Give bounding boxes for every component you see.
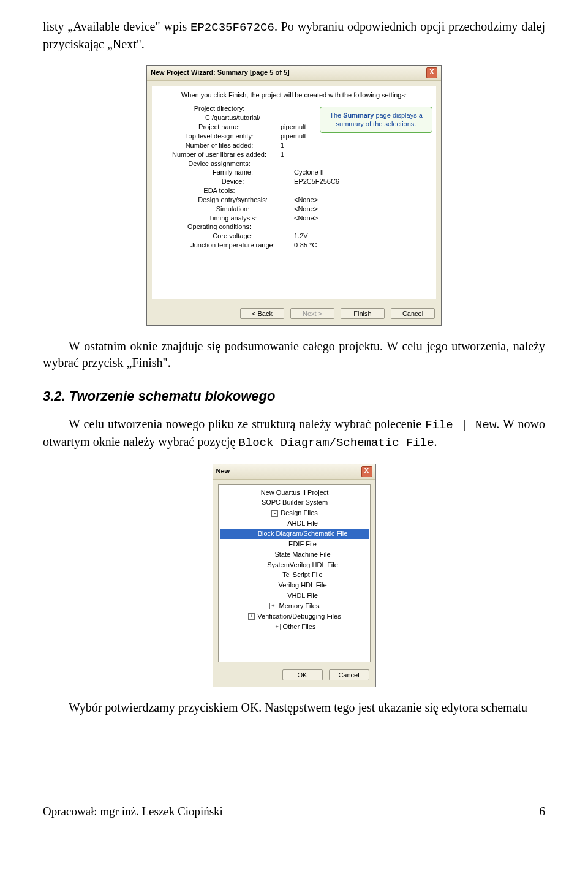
summary-key: Number of user libraries added: — [158, 150, 281, 159]
summary-key: Number of files added: — [158, 141, 281, 150]
summary-row: Operating conditions: — [158, 222, 430, 232]
paragraph-1: listy „Available device" wpis EP2C35F672… — [43, 18, 545, 53]
summary-key: Project directory: — [158, 104, 281, 113]
paragraph-4: Wybór potwierdzamy przyciskiem OK. Nastę… — [43, 699, 545, 716]
wizard-body: When you click Finish, the project will … — [152, 86, 436, 299]
summary-row: Number of files added:1 — [158, 141, 430, 150]
tree-item[interactable]: Verilog HDL File — [220, 580, 369, 590]
tree-item-label: Tcl Script File — [282, 571, 322, 578]
summary-value: 1.2V — [294, 232, 308, 241]
wizard-callout: The Summary page displays a summary of t… — [320, 107, 432, 134]
paragraph-3: W celu utworzenia nowego pliku ze strukt… — [43, 416, 545, 451]
cancel-button[interactable]: Cancel — [329, 669, 369, 680]
summary-value: EP2C5F256C6 — [294, 177, 339, 186]
summary-key: Junction temperature range: — [172, 241, 294, 250]
summary-key: Device: — [172, 177, 294, 186]
summary-value: 1 — [281, 141, 284, 150]
tree-item-label: EDIF File — [288, 540, 317, 548]
summary-row: Family name:Cyclone II — [158, 168, 430, 177]
new-file-dialog: New X New Quartus II ProjectSOPC Builder… — [213, 464, 376, 687]
wizard-callout-bold: Summary — [343, 111, 374, 119]
tree-item-label: Verification/Debugging Files — [257, 612, 341, 620]
dialog-tree[interactable]: New Quartus II ProjectSOPC Builder Syste… — [218, 484, 371, 662]
summary-key: Device assignments: — [158, 159, 281, 168]
tree-item-selected[interactable]: Block Diagram/Schematic File — [220, 529, 369, 539]
tree-item-label: VHDL File — [287, 592, 318, 599]
back-button[interactable]: < Back — [240, 308, 284, 319]
summary-key: Core voltage: — [172, 232, 294, 241]
summary-value: 0-85 °C — [294, 241, 317, 250]
dialog-titlebar: New X — [213, 464, 375, 480]
tree-item-label: New Quartus II Project — [261, 489, 329, 496]
next-button: Next > — [290, 308, 334, 319]
summary-key: Family name: — [172, 168, 294, 177]
para1-text-a: listy „Available device" wpis — [43, 20, 190, 33]
summary-value: pipemult — [281, 123, 306, 132]
collapse-icon[interactable]: - — [271, 510, 278, 517]
summary-row: EDA tools: — [158, 186, 430, 195]
summary-key: Simulation: — [172, 205, 294, 214]
summary-row: Core voltage:1.2V — [158, 232, 430, 241]
tree-item[interactable]: VHDL File — [220, 590, 369, 601]
tree-item-label: Design Files — [281, 509, 318, 516]
wizard-buttons: < Back Next > Finish Cancel — [147, 304, 441, 325]
tree-item-label: Block Diagram/Schematic File — [258, 530, 348, 537]
summary-row: Timing analysis:<None> — [158, 214, 430, 223]
summary-row: Top-level design entity:pipemult — [158, 132, 430, 141]
wizard-titlebar: New Project Wizard: Summary [page 5 of 5… — [147, 66, 441, 81]
para3-text-a: W celu utworzenia nowego pliku ze strukt… — [69, 417, 425, 431]
tree-item[interactable]: +Memory Files — [220, 601, 369, 611]
tree-item[interactable]: AHDL File — [220, 518, 369, 529]
cancel-button[interactable]: Cancel — [391, 308, 435, 319]
finish-button[interactable]: Finish — [341, 308, 385, 319]
dialog-title: New — [216, 467, 230, 476]
ok-button[interactable]: OK — [282, 669, 323, 680]
summary-key: C:/quartus/tutorial/ — [172, 113, 294, 123]
paragraph-2: W ostatnim oknie znajduje się podsumowan… — [43, 338, 545, 371]
summary-value: Cyclone II — [294, 168, 324, 177]
tree-item[interactable]: New Quartus II Project — [220, 488, 369, 498]
summary-key: EDA tools: — [158, 186, 281, 195]
tree-item-label: Memory Files — [279, 602, 319, 609]
close-icon[interactable]: X — [361, 466, 372, 477]
tree-item[interactable]: +Other Files — [220, 622, 369, 632]
tree-item[interactable]: EDIF File — [220, 539, 369, 549]
summary-key: Top-level design entity: — [158, 132, 281, 141]
summary-row: Simulation:<None> — [158, 205, 430, 214]
tree-item-label: SOPC Builder System — [262, 499, 328, 506]
para3-code-2: Block Diagram/Schematic File — [238, 436, 434, 450]
summary-row: Junction temperature range:0-85 °C — [158, 241, 430, 250]
para3-code-1: File | New — [425, 418, 496, 432]
summary-value: <None> — [294, 195, 318, 205]
summary-value: pipemult — [281, 132, 306, 141]
expand-icon[interactable]: + — [248, 613, 255, 620]
expand-icon[interactable]: + — [270, 603, 276, 609]
summary-row: Design entry/synthesis:<None> — [158, 195, 430, 205]
tree-item[interactable]: State Machine File — [220, 549, 369, 560]
tree-item[interactable]: SOPC Builder System — [220, 497, 369, 508]
summary-row: Number of user libraries added:1 — [158, 150, 430, 159]
para3-text-c: . — [434, 435, 437, 448]
footer-author: Opracował: mgr inż. Leszek Ciopiński — [43, 804, 223, 820]
tree-item-label: SystemVerilog HDL File — [267, 561, 338, 568]
tree-item-label: Verilog HDL File — [278, 581, 326, 589]
summary-row: Device assignments: — [158, 159, 430, 168]
summary-value: <None> — [294, 205, 318, 214]
tree-item[interactable]: SystemVerilog HDL File — [220, 560, 369, 570]
tree-item[interactable]: -Design Files — [220, 508, 369, 518]
wizard-window: New Project Wizard: Summary [page 5 of 5… — [146, 65, 442, 326]
page-footer: Opracował: mgr inż. Leszek Ciopiński 6 — [43, 804, 545, 820]
footer-page-number: 6 — [540, 804, 546, 820]
tree-item[interactable]: Tcl Script File — [220, 570, 369, 580]
dialog-buttons: OK Cancel — [213, 667, 375, 687]
summary-value: 1 — [281, 150, 284, 159]
summary-key: Design entry/synthesis: — [172, 195, 294, 205]
wizard-intro: When you click Finish, the project will … — [158, 91, 430, 100]
section-title: 3.2. Tworzenie schematu blokowego — [43, 387, 545, 405]
tree-item[interactable]: +Verification/Debugging Files — [220, 611, 369, 622]
expand-icon[interactable]: + — [274, 624, 281, 630]
close-icon[interactable]: X — [426, 67, 437, 78]
summary-key: Timing analysis: — [172, 214, 294, 223]
wizard-title: New Project Wizard: Summary [page 5 of 5… — [151, 68, 290, 77]
summary-value: <None> — [294, 214, 318, 223]
